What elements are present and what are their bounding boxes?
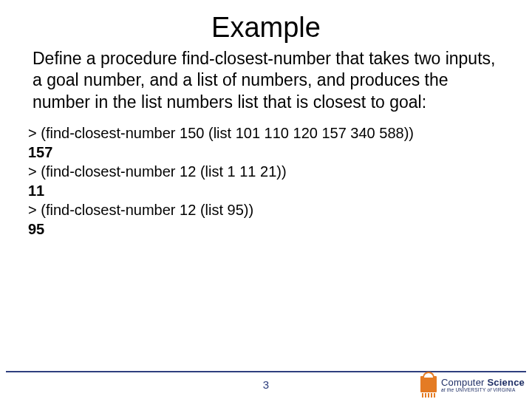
logo-word-bold: Science — [487, 377, 525, 388]
logo-sub: of — [485, 387, 493, 392]
slide-title: Example — [0, 12, 532, 44]
logo-sub: at the — [441, 387, 455, 392]
footer: 3 Computer Science at the UNIVERSITY of … — [0, 371, 532, 399]
body-paragraph: Define a procedure find-closest-number t… — [33, 48, 499, 113]
logo-sub: UNIVERSITY — [455, 387, 485, 392]
rotunda-icon — [420, 372, 437, 398]
code-example: > (find-closest-number 150 (list 101 110… — [28, 123, 504, 239]
slide: Example Define a procedure find-closest-… — [0, 12, 532, 399]
logo-word: Computer — [441, 377, 488, 388]
code-line: > (find-closest-number 12 (list 1 11 21)… — [28, 162, 504, 181]
logo-sub: VIRGINIA — [493, 387, 515, 392]
department-logo: Computer Science at the UNIVERSITY of VI… — [420, 372, 525, 398]
code-result: 11 — [28, 181, 504, 200]
code-result: 95 — [28, 219, 504, 239]
logo-text: Computer Science at the UNIVERSITY of VI… — [441, 378, 525, 393]
code-line: > (find-closest-number 12 (list 95)) — [28, 200, 504, 219]
code-result: 157 — [28, 143, 504, 162]
code-line: > (find-closest-number 150 (list 101 110… — [28, 123, 504, 143]
